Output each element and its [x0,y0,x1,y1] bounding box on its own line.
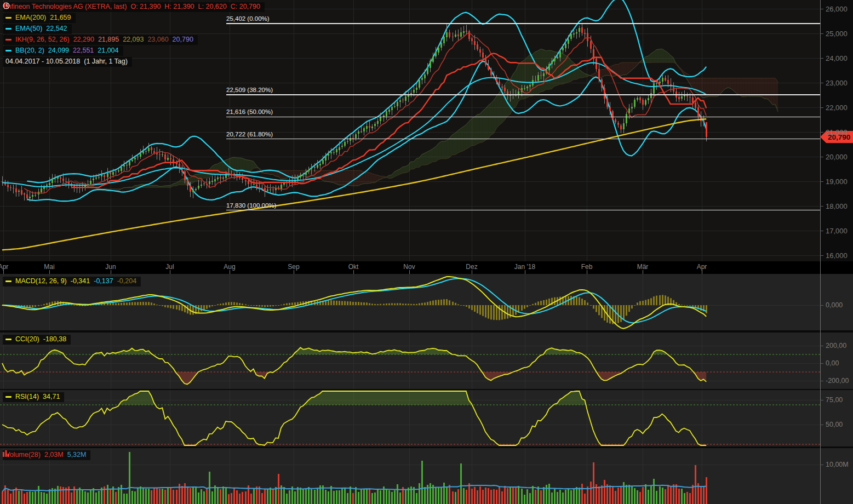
rsi-legend: RSI(14) 34,71 [3,392,64,402]
date-mode-value: (1 Jahr, 1 Tag) [84,58,128,66]
rsi-line-icon [5,396,12,398]
time-axis-strip [0,261,853,274]
macd-legend-row[interactable]: MACD(12, 26, 9) -0,341 -0,137 -0,204 [3,277,141,287]
rsi-value: 34,71 [43,393,60,401]
macd-line-icon [5,280,12,282]
panel-divider [0,330,853,333]
bb-label: BB(20, 2) [15,47,44,55]
volume-legend-row[interactable]: Volume(28) 2,03M 5,32M [3,450,90,460]
ikh-senkou-b-value: 23,060 [147,36,168,44]
ema200-line-icon [5,17,12,19]
ema200-legend-row[interactable]: EMA(200) 21,659 [3,13,76,23]
macd-hist-value: -0,204 [117,277,136,285]
cci-line-icon [5,339,12,340]
ikh-senkou-a-value: 22,093 [123,36,144,44]
volume-ma-value: 2,03M [44,451,64,459]
panel-divider [0,389,853,390]
ema50-value: 22,542 [46,25,67,33]
bollinger-line-icon [5,50,12,51]
main-chart-legend: Infineon Technologies AG (XETRA, last) O… [3,2,265,67]
ohlc-open: O: 21,390 [130,3,161,11]
ikh-label: IKH(9, 26, 52, 26) [15,36,70,44]
volume-panel-bg [0,448,853,504]
macd-value: -0,341 [71,277,90,285]
ema50-legend-row[interactable]: EMA(50) 22,542 [3,24,72,34]
cci-value: -180,38 [43,335,66,343]
instrument-title: Infineon Technologies AG (XETRA, last) [5,3,127,11]
clock-icon [3,2,10,9]
ema50-label: EMA(50) [15,25,42,33]
last-price-tag: 20,790 [820,131,853,143]
ichimoku-line-icon [5,39,12,41]
ohlc-high: H: 21,390 [164,3,194,11]
cci-legend-row[interactable]: CCI(20) -180,38 [3,335,71,345]
bollinger-legend-row[interactable]: BB(20, 2) 24,099 22,551 21,004 [3,46,123,56]
ohlc-low: L: 20,620 [198,3,227,11]
price-tag-value: 20,790 [826,131,853,143]
price-tag-arrow-icon [820,131,826,143]
instrument-legend-row[interactable]: Infineon Technologies AG (XETRA, last) O… [3,2,265,12]
volume-label: Volume(28) [5,451,41,459]
ichimoku-legend-row[interactable]: IKH(9, 26, 52, 26) 22,290 21,895 22,093 … [3,35,198,45]
trading-chart-app: { "header": { "title": "Infineon Technol… [0,0,853,504]
volume-bars-icon [3,450,10,457]
ohlc-close: C: 20,790 [231,3,260,11]
ikh-tenkan-value: 22,290 [73,36,94,44]
ema50-line-icon [5,28,12,30]
macd-legend: MACD(12, 26, 9) -0,341 -0,137 -0,204 [3,277,141,287]
ema200-value: 21,659 [50,14,71,22]
rsi-legend-row[interactable]: RSI(14) 34,71 [3,392,64,402]
ikh-chikou-value: 20,790 [173,36,193,44]
panel-divider [0,446,853,448]
volume-legend: Volume(28) 2,03M 5,32M [3,450,90,460]
volume-current-value: 5,32M [67,451,87,459]
ikh-kijun-value: 21,895 [98,36,119,44]
bb-upper-value: 24,099 [48,47,69,55]
cci-label: CCI(20) [15,335,39,343]
macd-label: MACD(12, 26, 9) [15,277,67,285]
date-range-row[interactable]: 04.04.2017 - 10.05.2018 (1 Jahr, 1 Tag) [3,57,132,67]
chart-canvas[interactable] [0,0,853,504]
ema200-label: EMA(200) [15,14,46,22]
cci-legend: CCI(20) -180,38 [3,335,71,345]
rsi-label: RSI(14) [15,393,39,401]
bb-middle-value: 22,551 [73,47,94,55]
date-range-value: 04.04.2017 - 10.05.2018 [5,58,80,66]
bb-lower-value: 21,004 [98,47,118,55]
macd-signal-value: -0,137 [94,277,113,285]
